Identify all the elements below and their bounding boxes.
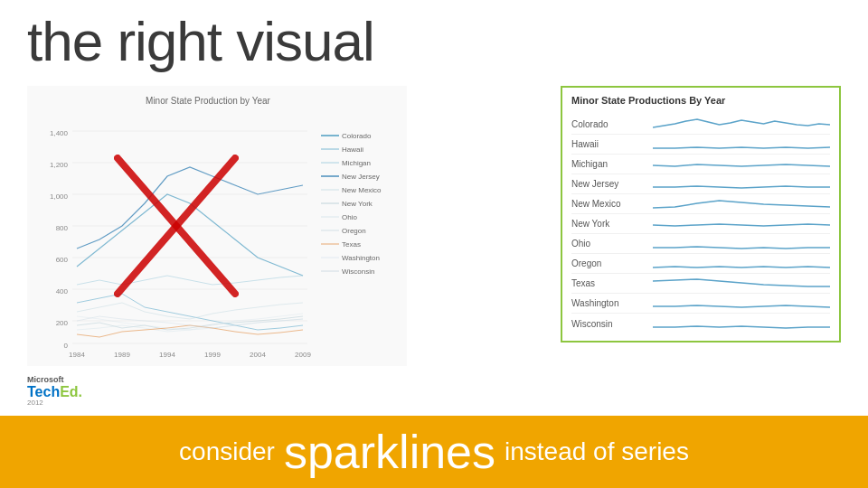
svg-text:1984: 1984 bbox=[69, 351, 85, 359]
svg-text:1,000: 1,000 bbox=[50, 192, 69, 201]
svg-text:2009: 2009 bbox=[295, 351, 311, 359]
state-label: Michigan bbox=[571, 159, 653, 169]
sparkline-table: Minor State Productions By Year Colorado… bbox=[561, 86, 841, 343]
svg-text:New Mexico: New Mexico bbox=[342, 186, 382, 194]
svg-text:800: 800 bbox=[56, 224, 69, 232]
svg-text:2004: 2004 bbox=[250, 351, 266, 359]
state-label: Wisconsin bbox=[571, 319, 653, 329]
ed-label: Ed. bbox=[60, 384, 82, 400]
svg-text:1,400: 1,400 bbox=[50, 129, 69, 137]
year-label: 2012 bbox=[27, 399, 43, 407]
svg-text:1989: 1989 bbox=[114, 351, 130, 359]
sparkline-row-michigan: Michigan bbox=[571, 155, 830, 174]
sparkline-row-hawaii: Hawaii bbox=[571, 135, 830, 155]
state-label: Washington bbox=[571, 298, 653, 308]
svg-text:Oregon: Oregon bbox=[342, 227, 366, 235]
svg-text:400: 400 bbox=[56, 287, 69, 296]
sparkline-row-ohio: Ohio bbox=[571, 234, 830, 254]
state-label: New York bbox=[571, 219, 653, 229]
table-title: Minor State Productions By Year bbox=[571, 95, 830, 109]
svg-text:1999: 1999 bbox=[204, 351, 221, 359]
state-label: Ohio bbox=[571, 239, 653, 249]
svg-text:0: 0 bbox=[64, 342, 69, 350]
state-label: New Mexico bbox=[571, 199, 653, 209]
svg-text:Minor State Production by Year: Minor State Production by Year bbox=[146, 96, 271, 106]
sparkline-row-new-mexico: New Mexico bbox=[571, 194, 830, 214]
svg-text:New York: New York bbox=[342, 200, 373, 208]
sparkline-row-oregon: Oregon bbox=[571, 254, 830, 274]
state-label: Colorado bbox=[571, 119, 653, 129]
sparkline-row-new-york: New York bbox=[571, 214, 830, 234]
state-label: Oregon bbox=[571, 258, 653, 268]
svg-text:Texas: Texas bbox=[342, 240, 361, 249]
state-label: Hawaii bbox=[571, 139, 653, 149]
bottom-bar: consider sparklines instead of series bbox=[0, 416, 868, 488]
sparkline-row-new-jersey: New Jersey bbox=[571, 174, 830, 194]
state-label: New Jersey bbox=[571, 179, 653, 189]
sparkline-row-washington: Washington bbox=[571, 294, 830, 314]
svg-text:1994: 1994 bbox=[159, 351, 175, 359]
svg-text:Hawaii: Hawaii bbox=[342, 145, 363, 154]
sparkline-row-wisconsin: Wisconsin bbox=[571, 314, 830, 333]
left-chart: Minor State Production by Year 1,400 1,2… bbox=[27, 86, 407, 366]
state-label: Texas bbox=[571, 278, 653, 288]
sparkline-row-colorado: Colorado bbox=[571, 115, 830, 135]
svg-text:New Jersey: New Jersey bbox=[342, 173, 380, 181]
logo-area: Microsoft Tech Ed. 2012 bbox=[27, 375, 82, 407]
microsoft-label: Microsoft bbox=[27, 375, 64, 384]
svg-text:600: 600 bbox=[56, 256, 69, 264]
instead-label: instead of series bbox=[505, 437, 689, 466]
sparklines-label: sparklines bbox=[284, 428, 495, 475]
svg-text:Michigan: Michigan bbox=[342, 159, 371, 167]
svg-text:Colorado: Colorado bbox=[342, 132, 372, 140]
svg-text:Washington: Washington bbox=[342, 254, 380, 262]
sparkline-row-texas: Texas bbox=[571, 274, 830, 294]
consider-label: consider bbox=[179, 437, 275, 466]
svg-text:1,200: 1,200 bbox=[50, 161, 69, 169]
svg-text:Wisconsin: Wisconsin bbox=[342, 267, 374, 276]
svg-text:200: 200 bbox=[56, 319, 69, 327]
page-title: the right visual bbox=[27, 9, 374, 73]
svg-text:Ohio: Ohio bbox=[342, 213, 357, 221]
